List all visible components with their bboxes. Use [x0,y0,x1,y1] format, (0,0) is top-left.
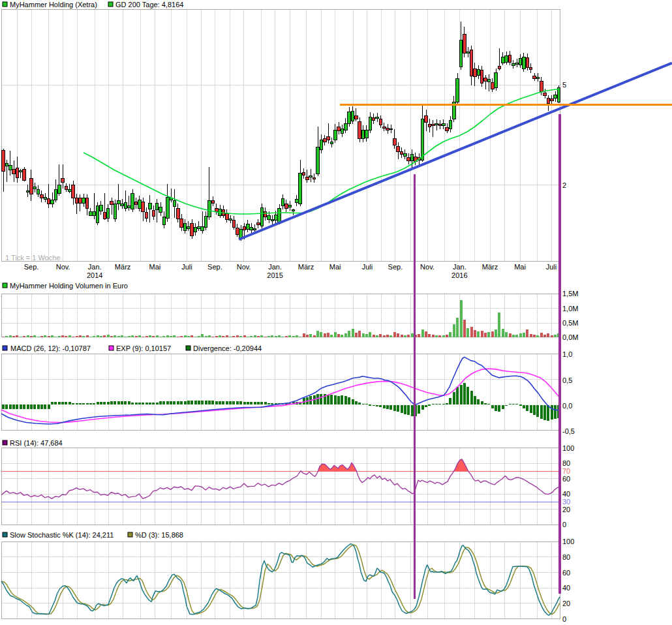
svg-text:%D (3): 15,868: %D (3): 15,868 [135,531,183,539]
svg-text:2014: 2014 [87,271,102,279]
svg-text:40: 40 [562,490,570,498]
svg-text:Mai: Mai [514,263,526,271]
svg-text:2015: 2015 [267,271,283,279]
svg-text:0,0: 0,0 [562,402,572,410]
svg-text:0: 0 [562,615,566,623]
svg-text:Jan.: Jan. [268,263,282,271]
svg-text:Sep.: Sep. [24,263,39,271]
svg-text:1,5M: 1,5M [562,290,578,297]
svg-text:RSI (14): 47,684: RSI (14): 47,684 [10,439,63,447]
svg-text:Nov.: Nov. [420,263,435,271]
svg-text:0,0M: 0,0M [562,333,578,341]
svg-text:MyHammer Holding Volumen in Eu: MyHammer Holding Volumen in Euro [10,282,128,290]
svg-text:Juli: Juli [362,263,373,271]
svg-text:1,0M: 1,0M [562,305,578,312]
svg-text:-0,5: -0,5 [562,427,575,435]
svg-text:Jan.: Jan. [453,263,466,271]
svg-text:MACD (26, 12): -0,10787: MACD (26, 12): -0,10787 [10,344,91,352]
svg-text:Sep.: Sep. [388,263,403,271]
svg-text:70: 70 [562,467,570,475]
svg-text:30: 30 [562,498,570,506]
svg-text:Juli: Juli [546,263,557,271]
svg-text:März: März [115,263,130,271]
svg-text:Juli: Juli [181,263,192,271]
svg-text:100: 100 [562,444,574,452]
svg-text:0,5: 0,5 [562,376,572,384]
svg-text:20: 20 [562,600,570,607]
svg-text:Sep.: Sep. [207,263,222,271]
svg-text:März: März [298,263,314,271]
svg-text:Nov.: Nov. [56,263,70,271]
svg-text:80: 80 [562,459,570,467]
svg-text:Nov.: Nov. [237,263,251,271]
svg-text:80: 80 [562,553,570,561]
svg-text:0: 0 [562,521,566,528]
svg-text:20: 20 [562,506,570,513]
svg-text:Jan.: Jan. [88,263,102,271]
svg-text:5: 5 [562,81,566,89]
svg-text:GD 200 Tage: 4,8164: GD 200 Tage: 4,8164 [115,1,183,8]
svg-text:60: 60 [562,569,570,577]
svg-text:100: 100 [562,538,574,545]
svg-text:2: 2 [562,181,566,189]
svg-text:0,5M: 0,5M [562,319,578,327]
svg-text:März: März [482,263,498,271]
svg-text:Mai: Mai [329,263,341,271]
svg-text:1 Tick = 1 Woche: 1 Tick = 1 Woche [5,254,60,262]
svg-text:Slow Stochastic %K (14): 24,21: Slow Stochastic %K (14): 24,211 [10,531,114,539]
svg-text:Mai: Mai [149,263,161,271]
svg-text:EXP (9): 0,10157: EXP (9): 0,10157 [116,344,171,352]
svg-text:1,0: 1,0 [562,350,572,358]
svg-text:Divergence: -0,20944: Divergence: -0,20944 [193,344,262,352]
svg-text:MyHammer Holding (Xetra): MyHammer Holding (Xetra) [10,1,97,8]
svg-text:2016: 2016 [451,271,467,279]
svg-text:40: 40 [562,584,570,592]
svg-text:60: 60 [562,475,570,483]
